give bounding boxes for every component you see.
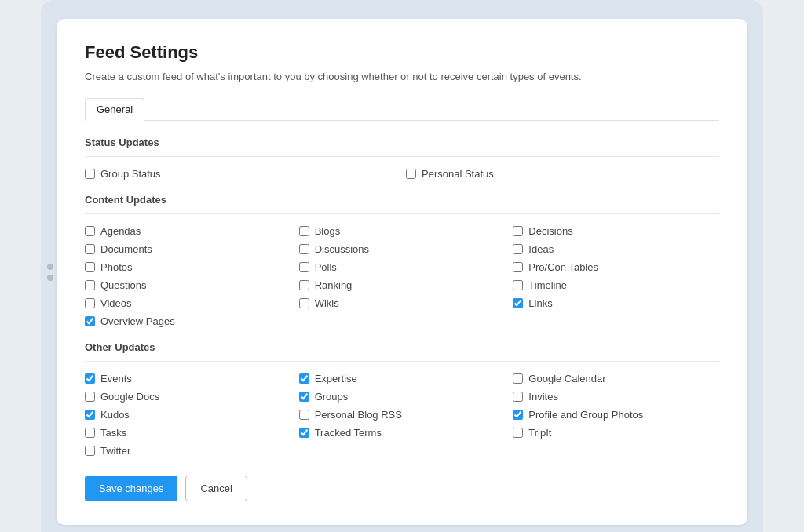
checkbox-expertise-input[interactable]	[299, 373, 309, 384]
checkbox-google-calendar-input[interactable]	[513, 373, 523, 384]
checkbox-tracked-terms[interactable]: Tracked Terms	[299, 427, 506, 439]
section-status-updates: Status Updates Group Status Personal Sta…	[85, 137, 719, 180]
checkbox-personal-status-input[interactable]	[406, 169, 416, 179]
checkbox-documents-input[interactable]	[85, 244, 95, 254]
checkbox-photos-input[interactable]	[85, 262, 95, 272]
checkbox-agendas-input[interactable]	[85, 226, 95, 236]
checkbox-events[interactable]: Events	[85, 373, 291, 384]
checkbox-twitter[interactable]: Twitter	[85, 445, 291, 457]
checkbox-discussions[interactable]: Discussions	[299, 243, 506, 255]
checkbox-google-docs-input[interactable]	[85, 392, 95, 402]
checkbox-tracked-terms-input[interactable]	[299, 428, 309, 438]
checkbox-twitter-input[interactable]	[85, 446, 95, 456]
section-content-updates: Content Updates Agendas Blogs Decisions …	[85, 194, 719, 327]
checkbox-group-status-label: Group Status	[100, 168, 161, 180]
checkbox-links[interactable]: Links	[513, 297, 719, 309]
checkbox-expertise[interactable]: Expertise	[299, 373, 506, 384]
save-button[interactable]: Save changes	[85, 476, 177, 501]
section-title-content: Content Updates	[85, 194, 719, 206]
checkbox-questions-input[interactable]	[85, 280, 95, 290]
tab-general[interactable]: General	[85, 98, 144, 121]
checkbox-invites[interactable]: Invites	[513, 391, 719, 403]
status-updates-grid: Group Status Personal Status	[85, 168, 719, 180]
checkbox-links-input[interactable]	[513, 298, 523, 308]
checkbox-personal-blog-rss-input[interactable]	[299, 410, 309, 420]
checkbox-documents[interactable]: Documents	[85, 243, 291, 255]
checkbox-overview-pages[interactable]: Overview Pages	[85, 315, 291, 327]
section-title-other: Other Updates	[85, 341, 719, 353]
outer-container: Feed Settings Create a custom feed of wh…	[41, 0, 763, 532]
checkbox-wikis[interactable]: Wikis	[299, 297, 506, 309]
checkbox-invites-input[interactable]	[513, 392, 523, 402]
checkbox-kudos[interactable]: Kudos	[85, 409, 291, 421]
checkbox-groups-input[interactable]	[299, 392, 309, 402]
side-dot-1	[47, 264, 53, 270]
checkbox-photos[interactable]: Photos	[85, 261, 291, 273]
page-description: Create a custom feed of what's important…	[85, 71, 719, 82]
checkbox-polls-input[interactable]	[299, 262, 309, 272]
checkbox-timeline[interactable]: Timeline	[513, 279, 719, 291]
checkbox-videos[interactable]: Videos	[85, 297, 291, 309]
checkbox-tasks-input[interactable]	[85, 428, 95, 438]
checkbox-profile-group-photos-input[interactable]	[513, 410, 523, 420]
checkbox-kudos-input[interactable]	[85, 410, 95, 420]
checkbox-ranking[interactable]: Ranking	[299, 279, 506, 291]
checkbox-group-status-input[interactable]	[85, 169, 95, 179]
checkbox-ranking-input[interactable]	[299, 280, 309, 290]
checkbox-questions[interactable]: Questions	[85, 279, 291, 291]
checkbox-profile-group-photos[interactable]: Profile and Group Photos	[513, 409, 719, 421]
checkbox-tripit-input[interactable]	[513, 428, 523, 438]
checkbox-procon-input[interactable]	[513, 262, 523, 272]
checkbox-google-calendar[interactable]: Google Calendar	[513, 373, 719, 384]
checkbox-personal-status-label: Personal Status	[422, 168, 494, 180]
settings-card: Feed Settings Create a custom feed of wh…	[57, 19, 747, 525]
content-updates-grid: Agendas Blogs Decisions Documents Discus…	[85, 225, 719, 327]
checkbox-personal-blog-rss[interactable]: Personal Blog RSS	[299, 409, 506, 421]
checkbox-personal-status[interactable]: Personal Status	[406, 168, 719, 180]
section-title-status: Status Updates	[85, 137, 719, 148]
checkbox-tripit[interactable]: TripIt	[513, 427, 719, 439]
checkbox-ideas[interactable]: Ideas	[513, 243, 719, 255]
checkbox-groups[interactable]: Groups	[299, 391, 506, 403]
tab-bar: General	[85, 98, 719, 121]
checkbox-overview-pages-input[interactable]	[85, 316, 95, 326]
checkbox-wikis-input[interactable]	[299, 298, 309, 308]
checkbox-blogs-input[interactable]	[299, 226, 309, 236]
checkbox-events-input[interactable]	[85, 373, 95, 384]
checkbox-discussions-input[interactable]	[299, 244, 309, 254]
checkbox-decisions-input[interactable]	[513, 226, 523, 236]
page-title: Feed Settings	[85, 42, 719, 63]
checkbox-ideas-input[interactable]	[513, 244, 523, 254]
side-dots	[47, 264, 53, 281]
checkbox-google-docs[interactable]: Google Docs	[85, 391, 291, 403]
section-other-updates: Other Updates Events Expertise Google Ca…	[85, 341, 719, 457]
checkbox-tasks[interactable]: Tasks	[85, 427, 291, 439]
actions-bar: Save changes Cancel	[85, 476, 719, 501]
other-updates-grid: Events Expertise Google Calendar Google …	[85, 373, 719, 457]
checkbox-procon[interactable]: Pro/Con Tables	[513, 261, 719, 273]
cancel-button[interactable]: Cancel	[185, 476, 247, 501]
checkbox-decisions[interactable]: Decisions	[513, 225, 719, 237]
checkbox-agendas[interactable]: Agendas	[85, 225, 291, 237]
checkbox-videos-input[interactable]	[85, 298, 95, 308]
checkbox-timeline-input[interactable]	[513, 280, 523, 290]
side-dot-2	[47, 275, 53, 281]
checkbox-group-status[interactable]: Group Status	[85, 168, 398, 180]
checkbox-polls[interactable]: Polls	[299, 261, 506, 273]
checkbox-blogs[interactable]: Blogs	[299, 225, 506, 237]
